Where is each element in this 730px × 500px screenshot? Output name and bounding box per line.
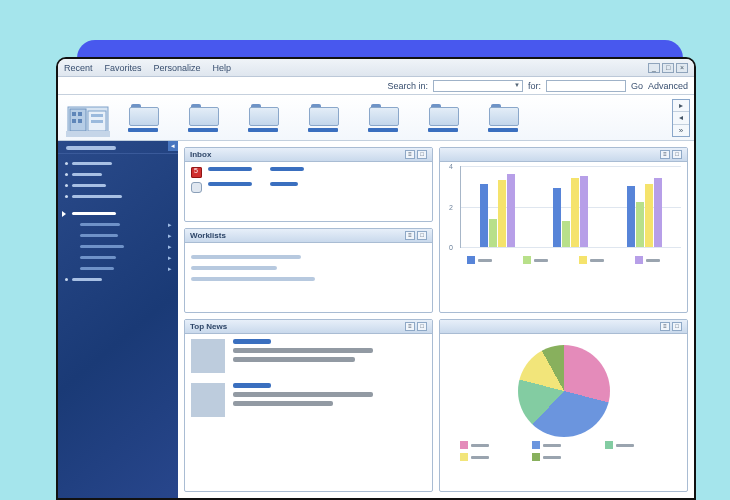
folder-label-bar — [488, 128, 518, 132]
inbox-text — [270, 182, 298, 186]
panel-menu-button[interactable]: ≡ — [660, 322, 670, 331]
panel-collapse-button[interactable]: □ — [672, 322, 682, 331]
chart-bar — [553, 188, 561, 247]
svg-rect-3 — [72, 112, 76, 116]
panel-collapse-button[interactable]: □ — [417, 150, 427, 159]
sidebar-item[interactable] — [58, 158, 178, 169]
worklists-title: Worklists — [190, 231, 226, 240]
top-news-panel: Top News ≡□ — [184, 319, 433, 492]
inbox-text — [208, 182, 252, 186]
inbox-row[interactable] — [191, 167, 426, 178]
folder-icon — [309, 104, 337, 124]
legend-item — [532, 441, 594, 449]
folder-shortcut[interactable] — [188, 104, 218, 132]
news-headline — [233, 339, 271, 344]
legend-item — [467, 256, 492, 264]
panel-menu-button[interactable]: ≡ — [405, 322, 415, 331]
app-window: Recent Favorites Personalize Help _ □ × … — [56, 57, 696, 500]
logo-toolbar: ▸ ◂ » — [58, 95, 694, 141]
inbox-text — [208, 167, 252, 171]
panel-collapse-button[interactable]: □ — [417, 231, 427, 240]
legend-item — [460, 453, 522, 461]
sidebar-subitem[interactable]: ▸ — [58, 263, 178, 274]
folder-icon — [369, 104, 397, 124]
legend-item — [579, 256, 604, 264]
folder-strip — [118, 104, 686, 132]
search-input[interactable] — [546, 80, 626, 92]
search-scope-dropdown[interactable] — [433, 80, 523, 92]
panel-menu-button[interactable]: ≡ — [405, 150, 415, 159]
scroll-more-icon[interactable]: » — [673, 125, 689, 136]
scroll-left-icon[interactable]: ◂ — [673, 112, 689, 124]
svg-rect-7 — [91, 114, 103, 117]
chart-bar — [580, 176, 588, 247]
sidebar-subitem[interactable]: ▸ — [58, 241, 178, 252]
worklist-item[interactable] — [191, 277, 315, 281]
search-go-button[interactable]: Go — [631, 81, 643, 91]
folder-shortcut[interactable] — [248, 104, 278, 132]
scroll-right-icon[interactable]: ▸ — [673, 100, 689, 112]
sidebar-subitem[interactable]: ▸ — [58, 219, 178, 230]
menu-favorites[interactable]: Favorites — [105, 63, 142, 73]
window-maximize-button[interactable]: □ — [662, 63, 674, 73]
chart-bar — [571, 178, 579, 247]
inbox-panel: Inbox ≡□ — [184, 147, 433, 222]
folder-shortcut[interactable] — [368, 104, 398, 132]
news-excerpt — [233, 392, 373, 397]
news-excerpt — [233, 401, 333, 406]
sidebar-item[interactable] — [58, 169, 178, 180]
search-for-label: for: — [528, 81, 541, 91]
panel-menu-button[interactable]: ≡ — [660, 150, 670, 159]
legend-item — [605, 441, 667, 449]
inbox-row[interactable] — [191, 182, 426, 193]
sidebar-item[interactable] — [58, 180, 178, 191]
folder-icon — [189, 104, 217, 124]
folder-shortcut[interactable] — [488, 104, 518, 132]
folder-icon — [249, 104, 277, 124]
chart-bar — [489, 219, 497, 247]
sidebar-subitem[interactable]: ▸ — [58, 252, 178, 263]
panel-collapse-button[interactable]: □ — [672, 150, 682, 159]
folder-icon — [489, 104, 517, 124]
panel-collapse-button[interactable]: □ — [417, 322, 427, 331]
chart-bar — [562, 221, 570, 247]
bar-chart-plot: 024 — [460, 166, 681, 248]
legend-item — [523, 256, 548, 264]
sidebar-section-header — [58, 141, 178, 154]
main-content: Inbox ≡□ Worklists ≡□ Top News ≡□ — [178, 141, 694, 498]
legend-item — [635, 256, 660, 264]
menubar: Recent Favorites Personalize Help _ □ × — [58, 59, 694, 77]
chart-bar — [480, 184, 488, 247]
chart-bar — [627, 186, 635, 247]
window-close-button[interactable]: × — [676, 63, 688, 73]
news-thumbnail — [191, 383, 225, 417]
folder-label-bar — [368, 128, 398, 132]
chart-bar — [645, 184, 653, 247]
sidebar-collapse-button[interactable]: ◂ — [168, 141, 178, 151]
sidebar-item[interactable] — [58, 191, 178, 202]
sidebar-subitem[interactable]: ▸ — [58, 230, 178, 241]
nav-sidebar: ◂ ▸▸▸▸▸ — [58, 141, 178, 498]
folder-shortcut[interactable] — [128, 104, 158, 132]
chart-bar — [498, 180, 506, 247]
news-excerpt — [233, 348, 373, 353]
window-minimize-button[interactable]: _ — [648, 63, 660, 73]
legend-item — [532, 453, 594, 461]
folder-shortcut[interactable] — [428, 104, 458, 132]
worklist-item[interactable] — [191, 255, 301, 259]
news-item[interactable] — [191, 339, 426, 373]
sidebar-group-header[interactable] — [58, 208, 178, 219]
menu-personalize[interactable]: Personalize — [154, 63, 201, 73]
worklist-item[interactable] — [191, 266, 277, 270]
news-item[interactable] — [191, 383, 426, 417]
menu-help[interactable]: Help — [213, 63, 232, 73]
folder-shortcut[interactable] — [308, 104, 338, 132]
search-advanced-link[interactable]: Advanced — [648, 81, 688, 91]
app-logo-icon — [66, 99, 110, 137]
sidebar-item[interactable] — [58, 274, 178, 285]
svg-rect-4 — [78, 112, 82, 116]
topnews-title: Top News — [190, 322, 227, 331]
menu-recent[interactable]: Recent — [64, 63, 93, 73]
panel-menu-button[interactable]: ≡ — [405, 231, 415, 240]
chat-bubble-icon — [191, 182, 202, 193]
